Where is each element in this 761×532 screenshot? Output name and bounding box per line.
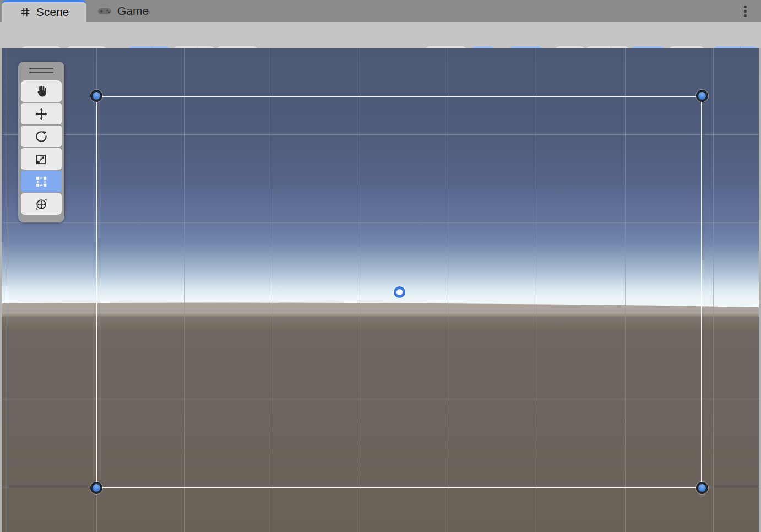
tab-bar: Scene Game [0,0,761,22]
scene-toolbar: Y [0,22,761,48]
tab-game[interactable]: Game [88,0,172,22]
scene-viewport[interactable] [0,48,761,532]
scale-tool-button[interactable] [21,148,62,170]
view-hand-tool-button[interactable] [21,80,62,102]
move-tool-button[interactable] [21,103,62,124]
rect-tool-button[interactable] [21,171,62,192]
selection-corner-handle[interactable] [696,90,708,102]
hand-icon [34,84,48,99]
tab-scene-label: Scene [36,6,69,19]
tools-overlay [18,62,64,222]
rotate-icon [34,129,48,144]
viewport-right-edge [759,48,761,532]
rect-tool-icon [34,175,48,189]
selection-corner-handle[interactable] [90,90,102,102]
transform-icon [34,197,48,211]
transform-tool-button[interactable] [21,193,62,215]
selection-corner-handle[interactable] [90,482,102,494]
tab-scene[interactable]: Scene [2,0,86,22]
move-arrows-icon [34,107,48,121]
overlay-grip-handle[interactable] [29,67,53,74]
gamepad-icon [97,5,112,17]
grid-icon [19,6,31,18]
kebab-menu-icon[interactable] [739,3,751,19]
grid-line-vertical [8,48,8,532]
unity-scene-window: Scene Game [0,0,761,532]
viewport-left-edge [0,48,2,532]
selection-pivot-handle[interactable] [394,286,405,298]
tab-game-label: Game [117,4,149,18]
rotate-tool-button[interactable] [21,126,62,147]
scale-icon [34,152,48,166]
grid-line-vertical [713,48,714,532]
selection-corner-handle[interactable] [696,482,708,494]
